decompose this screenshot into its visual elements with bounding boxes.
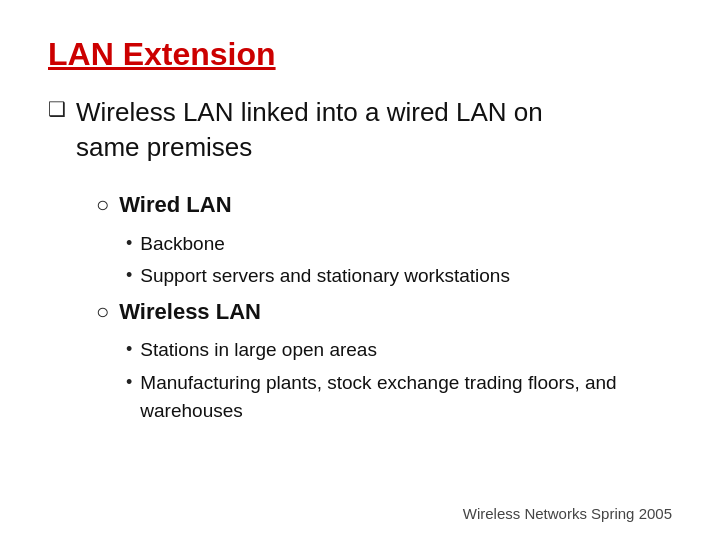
bullet-dot-1: •: [126, 230, 132, 257]
wired-dot-text-2: Support servers and stationary workstati…: [140, 262, 510, 290]
wired-dot-1: • Backbone: [126, 230, 672, 258]
main-bullet: ❑ Wireless LAN linked into a wired LAN o…: [48, 95, 672, 165]
slide: LAN Extension ❑ Wireless LAN linked into…: [0, 0, 720, 540]
wireless-lan-dot-list: • Stations in large open areas • Manufac…: [126, 336, 672, 424]
circle-icon-wired: ○: [96, 191, 109, 220]
sub-sections: ○ Wired LAN • Backbone • Support servers…: [96, 183, 672, 430]
checkbox-icon: ❑: [48, 97, 66, 121]
main-bullet-line2: same premises: [76, 132, 252, 162]
wired-lan-label: Wired LAN: [119, 191, 231, 220]
bullet-dot-2: •: [126, 262, 132, 289]
main-bullet-text: Wireless LAN linked into a wired LAN on …: [76, 95, 543, 165]
wireless-dot-text-1: Stations in large open areas: [140, 336, 377, 364]
wired-lan-section: ○ Wired LAN: [96, 191, 672, 220]
main-bullet-line1: Wireless LAN linked into a wired LAN on: [76, 97, 543, 127]
wired-lan-dot-list: • Backbone • Support servers and station…: [126, 230, 672, 290]
circle-icon-wireless: ○: [96, 298, 109, 327]
wireless-lan-label: Wireless LAN: [119, 298, 261, 327]
wired-dot-2: • Support servers and stationary worksta…: [126, 262, 672, 290]
wireless-dot-2: • Manufacturing plants, stock exchange t…: [126, 369, 672, 424]
slide-title: LAN Extension: [48, 36, 672, 73]
wireless-dot-text-2: Manufacturing plants, stock exchange tra…: [140, 369, 672, 424]
footer-text: Wireless Networks Spring 2005: [463, 505, 672, 522]
wireless-lan-section: ○ Wireless LAN: [96, 298, 672, 327]
bullet-dot-3: •: [126, 336, 132, 363]
bullet-dot-4: •: [126, 369, 132, 396]
wireless-dot-1: • Stations in large open areas: [126, 336, 672, 364]
wired-dot-text-1: Backbone: [140, 230, 225, 258]
